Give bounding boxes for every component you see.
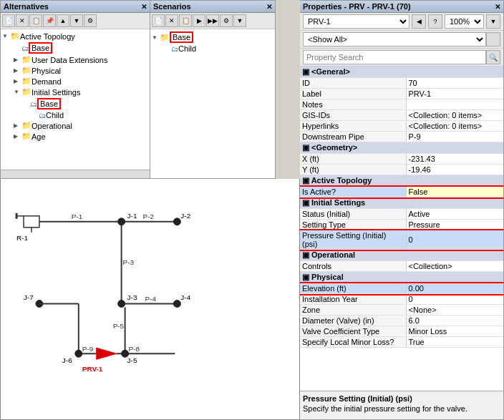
canvas-area[interactable]: R-1 J-1 J-2 J-3 J-4 J-5 J-6 (0, 179, 300, 420)
filter-dropdown[interactable]: <Show All> (303, 32, 486, 47)
prop-label-install-year: Installation Year (300, 294, 406, 305)
alternatives-toolbar: 📄 ✕ 📋 📌 ▲ ▼ ⚙ (1, 13, 150, 29)
prop-row-x: X (ft) -231.43 (300, 154, 503, 165)
label-child: Child (46, 111, 64, 119)
prop-back-btn[interactable]: ◀ (412, 14, 426, 29)
expand-physical[interactable]: ▶ (14, 67, 21, 74)
tree-node-operational[interactable]: ▶ 📁 Operational (2, 120, 148, 131)
label-demand: Demand (32, 77, 62, 86)
expand-operational[interactable]: ▶ (14, 122, 21, 129)
svg-point-11 (173, 218, 180, 225)
prop-value-y: -19.46 (406, 165, 503, 175)
tree-node-active-topology[interactable]: ▼ 📁 Active Topology (2, 31, 148, 41)
scenarios-toolbar: 📄 ✕ 📋 ▶ ▶▶ ⚙ ▼ (150, 13, 275, 29)
prop-row-hyperlinks: Hyperlinks <Collection: 0 items> (300, 121, 503, 132)
prop-settings-btn[interactable]: ▼ (486, 14, 500, 29)
section-geometry-collapse[interactable]: ▣ (302, 143, 309, 152)
scenarios-title: Scenarios (153, 2, 191, 11)
folder-icon-user-data: 📁 (21, 55, 32, 64)
prop-close-icon[interactable]: ✕ (495, 3, 500, 11)
tree-node-age[interactable]: ▶ 📁 Age (2, 131, 148, 142)
section-general-collapse[interactable]: ▣ (302, 67, 309, 76)
tree-node-demand[interactable]: ▶ 📁 Demand (2, 76, 148, 87)
element-select[interactable]: PRV-1 (303, 14, 410, 29)
prop-label-pressure-setting: Pressure Setting (Initial) (psi) (300, 230, 406, 250)
pipe-label-p8: P-8 (129, 345, 140, 353)
alt-new-btn[interactable]: 📄 (2, 14, 15, 27)
alt-down-btn[interactable]: ▼ (70, 14, 83, 27)
prop-value-id: 70 (406, 78, 503, 89)
scen-go-btn[interactable]: ▶▶ (206, 14, 219, 27)
prop-label-status-initial: Status (Initial) (300, 209, 406, 220)
svg-point-12 (118, 300, 125, 307)
scen-props-btn[interactable]: ⚙ (220, 14, 233, 27)
prop-row-label: Label PRV-1 (300, 89, 503, 99)
section-init-collapse[interactable]: ▣ (302, 198, 309, 207)
tree-node-child[interactable]: ▶ 🗂 Child (2, 110, 148, 120)
properties-table: ▣ <General> ID 70 Label PRV-1 Notes (300, 67, 503, 348)
prop-hint-text: Specify the initial pressure setting for… (303, 404, 500, 413)
alt-props-btn[interactable]: ⚙ (84, 14, 97, 27)
label-child-scen: Child (178, 44, 196, 53)
property-search-input[interactable] (303, 50, 486, 64)
label-base1: Base (29, 42, 52, 54)
section-operational-collapse[interactable]: ▣ (302, 250, 309, 259)
alt-up-btn[interactable]: ▲ (57, 14, 69, 27)
prop-row-controls: Controls <Collection> (300, 261, 503, 272)
folder-icon-demand: 📁 (21, 77, 32, 86)
section-physical-collapse[interactable]: ▣ (302, 273, 309, 281)
alternatives-scrollbar-h[interactable] (1, 170, 150, 178)
expand-age[interactable]: ▶ (14, 133, 21, 140)
scen-copy-btn[interactable]: 📋 (179, 14, 192, 27)
tree-node-initial-settings[interactable]: ▼ 📁 Initial Settings (2, 87, 148, 97)
alternatives-close-icon[interactable]: ✕ (141, 3, 147, 11)
prop-row-install-year: Installation Year 0 (300, 294, 503, 305)
prop-title: Properties - PRV - PRV-1 (70) (303, 2, 411, 11)
expand-user-data[interactable]: ▶ (14, 57, 21, 63)
tree-node-base1[interactable]: ▶ 🗂 Base (2, 41, 148, 54)
tree-node-base2[interactable]: ▶ 🗂 Base (2, 97, 148, 110)
prop-hint: Pressure Setting (Initial) (psi) Specify… (300, 391, 503, 419)
folder-icon-active-topology: 📁 (10, 31, 20, 41)
prop-toolbar: PRV-1 ◀ ? 100% ▼ (300, 13, 503, 31)
tree-node-child-scen[interactable]: ▶ 🗂 Child (152, 44, 273, 54)
prop-row-y: Y (ft) -19.46 (300, 165, 503, 175)
label-j4: J-4 (180, 293, 190, 301)
prop-value-local-minor: True (406, 337, 503, 348)
search-btn[interactable]: 🔍 (486, 50, 500, 64)
expand-demand[interactable]: ▶ (14, 78, 21, 84)
alt-paste-btn[interactable]: 📌 (43, 14, 56, 27)
scen-move-right-btn[interactable]: ▶ (193, 14, 205, 27)
expand-initial-settings[interactable]: ▼ (14, 89, 21, 95)
label-j1: J-1 (127, 212, 137, 220)
filter-btn[interactable] (486, 32, 500, 47)
prop-row-pressure-setting: Pressure Setting (Initial) (psi) 0 (300, 230, 503, 250)
label-physical: Physical (32, 67, 61, 75)
prop-hint-title: Pressure Setting (Initial) (psi) (303, 394, 500, 403)
label-j6: J-6 (62, 356, 72, 364)
alt-copy-btn[interactable]: 📋 (29, 14, 42, 27)
scen-delete-btn[interactable]: ✕ (165, 14, 178, 27)
scenarios-close-icon[interactable]: ✕ (266, 3, 272, 11)
scenarios-panel: Scenarios ✕ 📄 ✕ 📋 ▶ ▶▶ ⚙ ▼ ▼ 📁 Bas (150, 0, 276, 179)
scen-extra-btn[interactable]: ▼ (233, 14, 246, 27)
filter-row: <Show All> (300, 31, 503, 49)
prop-label-x: X (ft) (300, 154, 406, 165)
tree-node-user-data[interactable]: ▶ 📁 User Data Extensions (2, 54, 148, 65)
svg-marker-18 (97, 348, 117, 359)
label-j3: J-3 (127, 293, 137, 301)
prop-value-elevation: 0.00 (406, 283, 503, 294)
expand-base-scen[interactable]: ▼ (152, 34, 159, 41)
alt-delete-btn[interactable]: ✕ (16, 14, 29, 27)
prop-help-btn[interactable]: ? (428, 14, 442, 29)
expand-active-topology[interactable]: ▼ (2, 33, 9, 39)
zoom-select[interactable]: 100% (445, 14, 484, 29)
tree-node-base-scen[interactable]: ▼ 📁 Base (152, 31, 273, 44)
tree-node-physical[interactable]: ▶ 📁 Physical (2, 65, 148, 76)
pipe-label-p3: P-3 (123, 258, 135, 266)
section-active-topo-collapse[interactable]: ▣ (302, 176, 309, 185)
prop-value-controls: <Collection> (406, 261, 503, 272)
alternatives-titlebar: Alternatives ✕ (1, 1, 150, 13)
prop-label-isactive: Is Active? (300, 187, 406, 197)
scen-new-btn[interactable]: 📄 (152, 14, 165, 27)
